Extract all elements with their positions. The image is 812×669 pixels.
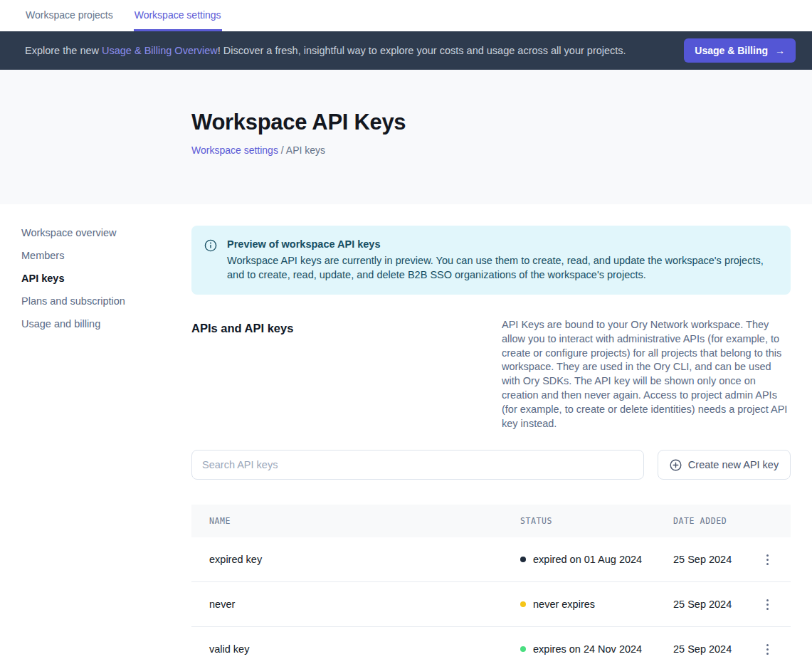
status-text: expired on 01 Aug 2024	[533, 554, 642, 565]
sidebar-item-api-keys[interactable]: API keys	[21, 273, 191, 284]
sidebar-item-members[interactable]: Members	[21, 251, 191, 261]
section-heading: APIs and API keys	[191, 318, 293, 431]
page-title: Workspace API Keys	[191, 110, 812, 135]
create-api-key-button-label: Create new API key	[688, 459, 779, 470]
usage-billing-overview-link[interactable]: Usage & Billing Overview	[102, 45, 218, 56]
api-key-name: never	[209, 599, 520, 610]
usage-billing-button[interactable]: Usage & Billing →	[684, 38, 796, 63]
status-text: never expires	[533, 599, 595, 610]
row-actions-kebab-icon[interactable]	[762, 641, 773, 658]
banner-text-before: Explore the new	[25, 45, 102, 56]
status-text: expires on 24 Nov 2024	[533, 643, 642, 655]
table-row: never never expires 25 Sep 2024	[191, 582, 791, 627]
table-header: NAME STATUS DATE ADDED	[191, 505, 791, 537]
api-key-status: expires on 24 Nov 2024	[520, 643, 673, 655]
column-header-date-added: DATE ADDED	[673, 516, 755, 526]
sidebar-item-plans-and-subscription[interactable]: Plans and subscription	[21, 296, 191, 307]
usage-billing-banner: Explore the new Usage & Billing Overview…	[0, 31, 812, 70]
tab-workspace-projects[interactable]: Workspace projects	[25, 0, 114, 31]
breadcrumb: Workspace settings / API keys	[191, 144, 812, 156]
status-dot-icon	[520, 601, 526, 607]
row-actions-kebab-icon[interactable]	[762, 596, 773, 613]
preview-callout: Preview of workspace API keys Workspace …	[191, 226, 791, 295]
api-keys-toolbar: Create new API key	[191, 450, 791, 480]
api-key-date-added: 25 Sep 2024	[673, 554, 755, 565]
sidebar-item-workspace-overview[interactable]: Workspace overview	[21, 228, 191, 238]
banner-message: Explore the new Usage & Billing Overview…	[25, 45, 684, 56]
settings-sidebar: Workspace overview Members API keys Plan…	[0, 204, 191, 669]
row-actions-kebab-icon[interactable]	[762, 551, 773, 569]
status-dot-icon	[520, 646, 526, 652]
table-row: valid key expires on 24 Nov 2024 25 Sep …	[191, 627, 791, 669]
search-input[interactable]	[191, 450, 644, 480]
callout-title: Preview of workspace API keys	[227, 238, 774, 250]
api-key-status: never expires	[520, 599, 673, 610]
api-keys-table: NAME STATUS DATE ADDED expired key expir…	[191, 505, 791, 669]
status-dot-icon	[520, 557, 526, 562]
section-description: API Keys are bound to your Ory Network w…	[502, 318, 791, 431]
tab-workspace-settings[interactable]: Workspace settings	[134, 0, 222, 31]
info-circle-icon	[204, 239, 217, 252]
apis-section: APIs and API keys API Keys are bound to …	[191, 318, 791, 431]
create-api-key-button[interactable]: Create new API key	[658, 450, 791, 480]
api-key-date-added: 25 Sep 2024	[673, 599, 755, 610]
api-key-date-added: 25 Sep 2024	[673, 643, 755, 655]
banner-text-after: ! Discover a fresh, insightful way to ex…	[218, 45, 626, 56]
callout-body: Workspace API keys are currently in prev…	[227, 254, 774, 282]
page-header: Workspace API Keys Workspace settings / …	[0, 70, 812, 204]
usage-billing-button-label: Usage & Billing	[695, 45, 768, 56]
sidebar-item-usage-and-billing[interactable]: Usage and billing	[21, 319, 191, 330]
content-area: Preview of workspace API keys Workspace …	[191, 204, 791, 669]
api-key-name: expired key	[209, 554, 520, 565]
arrow-right-icon: →	[775, 45, 785, 56]
breadcrumb-workspace-settings-link[interactable]: Workspace settings	[191, 144, 278, 156]
breadcrumb-separator: /	[278, 144, 286, 156]
top-navigation: Workspace projects Workspace settings	[0, 0, 812, 31]
main-layout: Workspace overview Members API keys Plan…	[0, 204, 812, 669]
api-key-name: valid key	[209, 643, 520, 655]
table-row: expired key expired on 01 Aug 2024 25 Se…	[191, 537, 791, 582]
plus-circle-icon	[670, 459, 682, 471]
preview-callout-text: Preview of workspace API keys Workspace …	[227, 238, 774, 282]
breadcrumb-current: API keys	[286, 144, 325, 156]
column-header-name: NAME	[209, 516, 520, 526]
column-header-status: STATUS	[520, 516, 673, 526]
api-key-status: expired on 01 Aug 2024	[520, 554, 673, 565]
